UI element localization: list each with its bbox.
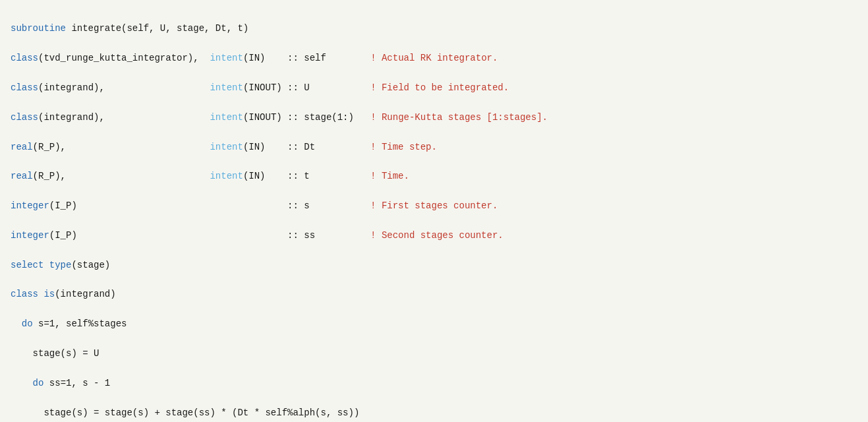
line-1: subroutine integrate(self, U, stage, Dt,… [11,21,857,36]
line-7: integer(I_P) :: s ! First stages counter… [11,198,857,213]
line-10: class is(integrand) [11,287,857,301]
line-8: integer(I_P) :: ss ! Second stages count… [11,228,857,243]
line-5: real(R_P), intent(IN) :: Dt ! Time step. [11,140,857,154]
line-2: class(tvd_runge_kutta_integrator), inten… [11,51,857,65]
line-11: do s=1, self%stages [11,316,857,331]
line-4: class(integrand), intent(INOUT) :: stage… [11,110,857,125]
line-13: do ss=1, s - 1 [11,376,857,390]
line-9: select type(stage) [11,258,857,272]
line-14: stage(s) = stage(s) + stage(ss) * (Dt * … [11,406,857,420]
code-block: subroutine integrate(self, U, stage, Dt,… [11,7,857,422]
line-12: stage(s) = U [11,346,857,361]
line-6: real(R_P), intent(IN) :: t ! Time. [11,169,857,183]
line-3: class(integrand), intent(INOUT) :: U ! F… [11,80,857,95]
